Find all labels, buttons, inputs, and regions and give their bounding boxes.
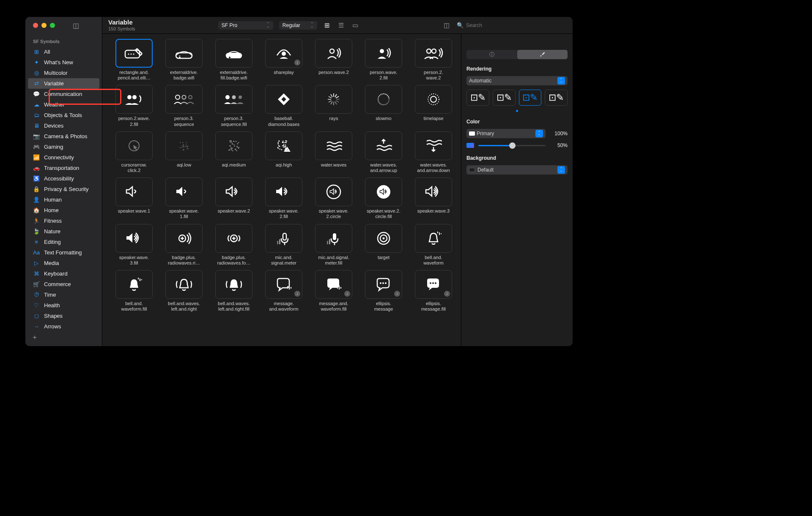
symbol-tile[interactable] (415, 224, 452, 253)
sidebar-item-nature[interactable]: 🍃Nature (25, 226, 102, 237)
symbol-cell[interactable]: aqi.low (160, 131, 208, 173)
symbol-cell[interactable]: iellipsis. message (359, 270, 408, 312)
sidebar-item-health[interactable]: ♡Health (25, 300, 102, 311)
symbol-tile[interactable] (115, 85, 153, 114)
symbol-cell[interactable]: rectangle.and. pencil.and.elli… (110, 39, 158, 81)
symbol-cell[interactable]: badge.plus. radiowaves.ri… (160, 224, 208, 266)
sidebar-item-multicolor[interactable]: ◎Multicolor (25, 68, 102, 78)
sidebar-item-camera-photos[interactable]: 📷Camera & Photos (25, 131, 102, 142)
symbol-tile[interactable] (365, 39, 402, 68)
symbol-cell[interactable]: person.2. wave.2 (409, 39, 458, 81)
symbol-cell[interactable]: rays (310, 85, 358, 127)
dot-icon[interactable] (516, 110, 518, 112)
variant-preview[interactable]: ⊡✎ (466, 90, 489, 106)
sidebar-item-fitness[interactable]: 🏃Fitness (25, 216, 102, 226)
symbol-cell[interactable]: cursorarrow. click.2 (110, 131, 158, 173)
symbol-tile[interactable]: i (415, 270, 452, 299)
symbol-tile[interactable] (115, 270, 153, 299)
screen-swatch-icon[interactable] (466, 143, 474, 148)
symbol-tile[interactable] (315, 131, 352, 160)
sidebar-item-arrows[interactable]: →Arrows (25, 321, 102, 330)
symbol-tile[interactable] (315, 39, 352, 68)
symbol-tile[interactable] (115, 224, 153, 253)
symbol-tile[interactable] (265, 224, 302, 253)
symbol-cell[interactable]: person.3. sequence.fill (210, 85, 258, 127)
symbol-cell[interactable]: target (359, 224, 408, 266)
list-view-icon[interactable]: ☰ (337, 22, 345, 29)
sidebar-toggle-icon[interactable]: ◫ (73, 22, 79, 30)
sidebar-item-shapes[interactable]: ◻Shapes (25, 311, 102, 321)
sidebar-item-editing[interactable]: ≡Editing (25, 237, 102, 247)
symbol-cell[interactable]: !aqi.high (260, 131, 308, 173)
font-select[interactable]: SF Pro ⌃⌄ (218, 21, 273, 30)
symbol-cell[interactable]: iellipsis. message.fill (409, 270, 458, 312)
minimize-window-button[interactable] (41, 23, 47, 28)
symbol-cell[interactable]: speaker.wave. 2.fill (260, 177, 308, 219)
zoom-window-button[interactable] (50, 23, 55, 28)
sidebar-item-media[interactable]: ▷Media (25, 258, 102, 268)
symbol-tile[interactable] (415, 131, 452, 160)
symbol-tile[interactable] (365, 177, 402, 206)
sidebar-item-accessibility[interactable]: ♿Accessibility (25, 173, 102, 184)
search-field[interactable]: 🔍 (457, 22, 567, 28)
symbol-cell[interactable]: speaker.wave.2 (210, 177, 258, 219)
sidebar-item-human[interactable]: 👤Human (25, 194, 102, 205)
symbol-tile[interactable] (365, 224, 402, 253)
color-dropdown[interactable]: Primary ⌃⌄ (466, 129, 546, 138)
sidebar-item-what-s-new[interactable]: ✦What's New (25, 57, 102, 68)
sidebar-item-home[interactable]: 🏠Home (25, 205, 102, 216)
sidebar-item-all[interactable]: ⊞All (25, 46, 102, 57)
symbol-cell[interactable]: slowmo (359, 85, 408, 127)
symbol-cell[interactable]: speaker.wave. 3.fill (110, 224, 158, 266)
symbol-cell[interactable]: externaldrive. badge.wifi (160, 39, 208, 81)
symbol-cell[interactable]: speaker.wave. 1.fill (160, 177, 208, 219)
sidebar-item-gaming[interactable]: 🎮Gaming (25, 142, 102, 152)
symbol-cell[interactable]: externaldrive. fill.badge.wifi (210, 39, 258, 81)
symbol-tile[interactable] (165, 85, 203, 114)
inspector-info-tab[interactable]: ⓘ (466, 50, 517, 59)
symbol-tile[interactable] (365, 131, 402, 160)
symbol-tile[interactable] (265, 85, 302, 114)
add-collection-button[interactable]: ＋ (25, 330, 102, 346)
symbol-tile[interactable] (115, 131, 153, 160)
symbol-tile[interactable] (215, 131, 252, 160)
sidebar-item-variable[interactable]: ⇄Variable (28, 78, 99, 89)
symbol-tile[interactable] (165, 39, 203, 68)
rendering-dropdown[interactable]: Automatic ⌃⌄ (466, 76, 568, 85)
symbol-tile[interactable] (115, 39, 153, 68)
symbol-tile[interactable] (365, 85, 402, 114)
symbol-cell[interactable]: water.waves. and.arrow.up (359, 131, 408, 173)
symbol-tile[interactable]: i (265, 39, 302, 68)
symbol-tile[interactable] (165, 224, 203, 253)
grid-view-icon[interactable]: ⊞ (323, 22, 331, 29)
sidebar-item-transportation[interactable]: 🚗Transportation (25, 163, 102, 173)
symbol-tile[interactable] (415, 177, 452, 206)
sidebar-item-weather[interactable]: ☁Weather (25, 99, 102, 110)
symbol-cell[interactable]: person.wave.2 (310, 39, 358, 81)
symbol-cell[interactable]: speaker.wave.1 (110, 177, 158, 219)
symbol-tile[interactable] (215, 85, 252, 114)
symbol-tile[interactable] (415, 39, 452, 68)
sidebar-item-devices[interactable]: 🖥Devices (25, 120, 102, 131)
background-dropdown[interactable]: Default ⌃⌄ (466, 165, 568, 175)
symbol-tile[interactable]: ! (265, 131, 302, 160)
symbol-cell[interactable]: person.wave. 2.fill (359, 39, 408, 81)
symbol-tile[interactable] (115, 177, 153, 206)
symbol-tile[interactable] (165, 177, 203, 206)
symbol-cell[interactable]: person.2.wave. 2.fill (110, 85, 158, 127)
symbol-cell[interactable]: mic.and.signal. meter.fill (310, 224, 358, 266)
slider-thumb[interactable] (509, 142, 516, 149)
symbol-tile[interactable] (265, 177, 302, 206)
symbol-tile[interactable] (165, 131, 203, 160)
sidebar-item-objects-tools[interactable]: 🗂Objects & Tools (25, 110, 102, 120)
symbol-cell[interactable]: baseball. diamond.bases (260, 85, 308, 127)
inspector-toggle-icon[interactable]: ◫ (442, 22, 451, 29)
symbol-cell[interactable]: speaker.wave. 2.circle (310, 177, 358, 219)
symbol-cell[interactable]: bell.and.waves. left.and.right.fill (210, 270, 258, 312)
symbol-cell[interactable]: badge.plus. radiowaves.fo… (210, 224, 258, 266)
search-input[interactable] (466, 22, 551, 28)
variant-preview-selected[interactable]: ⊡✎ (519, 90, 542, 106)
variant-preview[interactable]: ⊡✎ (493, 90, 516, 106)
sidebar-item-communication[interactable]: 💬Communication (25, 89, 102, 99)
sidebar-item-connectivity[interactable]: 📶Connectivity (25, 152, 102, 163)
